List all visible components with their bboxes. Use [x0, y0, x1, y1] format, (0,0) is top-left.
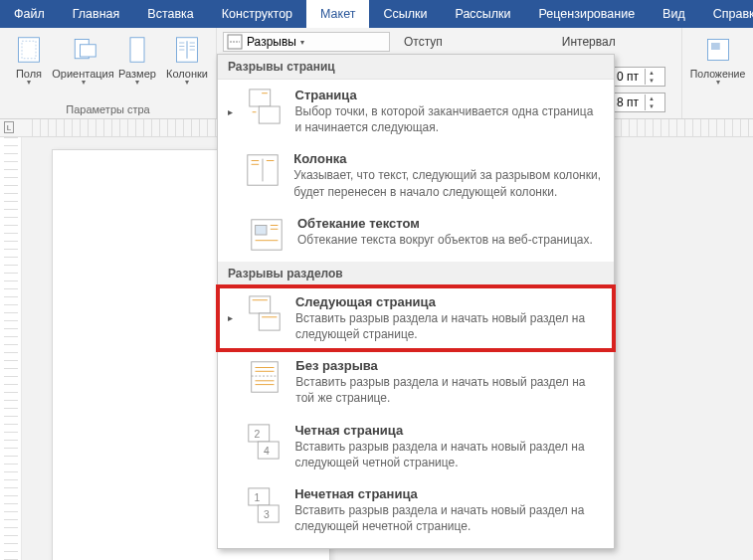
- break-continuous[interactable]: Без разрыва Вставить разрыв раздела и на…: [218, 350, 614, 414]
- dropdown-header-page-breaks: Разрывы страниц: [218, 55, 614, 80]
- position-button[interactable]: Положение ▾: [688, 32, 747, 89]
- break-page[interactable]: ▸ Страница Выбор точки, в которой заканч…: [218, 80, 614, 143]
- item-desc: Обтекание текста вокруг объектов на веб-…: [297, 232, 593, 248]
- item-title: Колонка: [293, 151, 602, 166]
- tab-view[interactable]: Вид: [649, 0, 699, 28]
- item-desc: Вставить разрыв раздела и начать новый р…: [295, 310, 602, 342]
- svg-rect-16: [711, 43, 720, 50]
- text-wrap-break-icon: [248, 216, 285, 254]
- item-desc: Вставить разрыв раздела и начать новый р…: [294, 439, 602, 470]
- group-arrange: Положение ▾: [681, 28, 753, 118]
- tab-file[interactable]: Файл: [0, 0, 59, 28]
- spacing-before-field[interactable]: [615, 70, 645, 84]
- section-next-page-icon: [246, 294, 283, 332]
- item-title: Без разрыва: [295, 358, 602, 373]
- svg-text:2: 2: [255, 429, 261, 440]
- break-next-page[interactable]: ▸ Следующая страница Вставить разрыв раз…: [218, 286, 614, 350]
- margins-button[interactable]: Поля ▾: [6, 32, 52, 101]
- margins-icon: [15, 36, 43, 64]
- spin-down-icon[interactable]: ▼: [646, 102, 658, 110]
- spin-up-icon[interactable]: ▲: [646, 94, 658, 102]
- spin-up-icon[interactable]: ▲: [646, 69, 658, 77]
- tab-insert[interactable]: Вставка: [133, 0, 207, 28]
- item-title: Следующая страница: [295, 294, 602, 309]
- section-odd-page-icon: 13: [245, 486, 282, 524]
- svg-rect-27: [256, 225, 267, 235]
- tab-references[interactable]: Ссылки: [369, 0, 441, 28]
- chevron-down-icon: ▾: [82, 78, 86, 87]
- spacing-after-input[interactable]: ▲▼: [614, 93, 665, 112]
- item-title: Обтекание текстом: [297, 216, 593, 231]
- break-even-page[interactable]: 24 Четная страница Вставить разрыв разде…: [218, 415, 614, 478]
- columns-icon: [173, 36, 201, 64]
- spacing-label: Интервал: [562, 35, 616, 49]
- tab-home[interactable]: Главная: [59, 0, 134, 28]
- svg-text:4: 4: [264, 446, 270, 457]
- break-text-wrapping[interactable]: Обтекание текстом Обтекание текста вокру…: [218, 208, 614, 262]
- tab-mailings[interactable]: Рассылки: [441, 0, 524, 28]
- tab-review[interactable]: Рецензирование: [525, 0, 650, 28]
- chevron-down-icon: ▾: [135, 78, 139, 87]
- svg-text:3: 3: [264, 509, 270, 520]
- tab-design[interactable]: Конструктор: [208, 0, 306, 28]
- vertical-ruler[interactable]: [0, 137, 22, 560]
- tab-selector[interactable]: L: [4, 121, 14, 133]
- chevron-down-icon: ▾: [27, 78, 31, 87]
- ribbon-tabs: Файл Главная Вставка Конструктор Макет С…: [0, 0, 753, 28]
- page-break-icon: [246, 88, 283, 125]
- item-desc: Вставить разрыв раздела и начать новый р…: [295, 374, 602, 406]
- breaks-dropdown: Разрывы страниц ▸ Страница Выбор точки, …: [217, 54, 615, 549]
- spacing-after-field[interactable]: [615, 95, 645, 109]
- item-desc: Указывает, что текст, следующий за разры…: [293, 167, 602, 199]
- column-break-icon: [244, 151, 282, 189]
- chevron-down-icon: ▾: [716, 78, 720, 87]
- svg-rect-4: [130, 38, 144, 63]
- group-page-setup: Поля ▾ Ориентация ▾ Размер ▾ Колонки ▾ П…: [0, 28, 217, 118]
- breaks-label: Разрывы: [247, 35, 296, 49]
- break-column[interactable]: Колонка Указывает, что текст, следующий …: [218, 143, 614, 207]
- chevron-down-icon: ▾: [185, 78, 189, 87]
- submenu-arrow-icon: ▸: [228, 294, 234, 342]
- svg-rect-31: [250, 296, 271, 313]
- svg-rect-17: [249, 90, 270, 106]
- vruler-ticks: [4, 137, 18, 560]
- section-continuous-icon: [246, 358, 283, 396]
- item-desc: Выбор точки, в которой заканчивается одн…: [295, 103, 602, 135]
- spin-down-icon[interactable]: ▼: [646, 77, 658, 85]
- item-title: Нечетная страница: [294, 486, 602, 501]
- tab-help[interactable]: Справка: [699, 0, 753, 28]
- svg-rect-35: [252, 362, 279, 392]
- break-odd-page[interactable]: 13 Нечетная страница Вставить разрыв раз…: [218, 478, 614, 542]
- svg-text:1: 1: [255, 492, 261, 503]
- svg-rect-32: [259, 313, 280, 330]
- position-icon: [704, 36, 732, 64]
- indent-label: Отступ: [404, 35, 443, 49]
- orientation-button[interactable]: Ориентация ▾: [56, 32, 110, 101]
- section-even-page-icon: 24: [245, 423, 282, 461]
- item-title: Четная страница: [294, 423, 602, 438]
- orientation-icon: [70, 36, 97, 64]
- columns-button[interactable]: Колонки ▾: [164, 32, 210, 101]
- size-icon: [123, 36, 151, 64]
- item-title: Страница: [295, 88, 602, 102]
- breaks-icon: [227, 34, 243, 50]
- breaks-button[interactable]: Разрывы ▾: [223, 32, 390, 52]
- tab-layout[interactable]: Макет: [306, 0, 369, 28]
- svg-rect-3: [80, 45, 95, 57]
- item-desc: Вставить разрыв раздела и начать новый р…: [294, 502, 602, 534]
- size-button[interactable]: Размер ▾: [114, 32, 160, 101]
- chevron-down-icon: ▾: [300, 38, 304, 47]
- spacing-before-input[interactable]: ▲▼: [614, 67, 665, 87]
- group-page-setup-label: Параметры стра: [6, 101, 210, 116]
- dropdown-header-section-breaks: Разрывы разделов: [218, 262, 614, 286]
- svg-rect-18: [259, 106, 280, 123]
- submenu-arrow-icon: ▸: [228, 88, 234, 135]
